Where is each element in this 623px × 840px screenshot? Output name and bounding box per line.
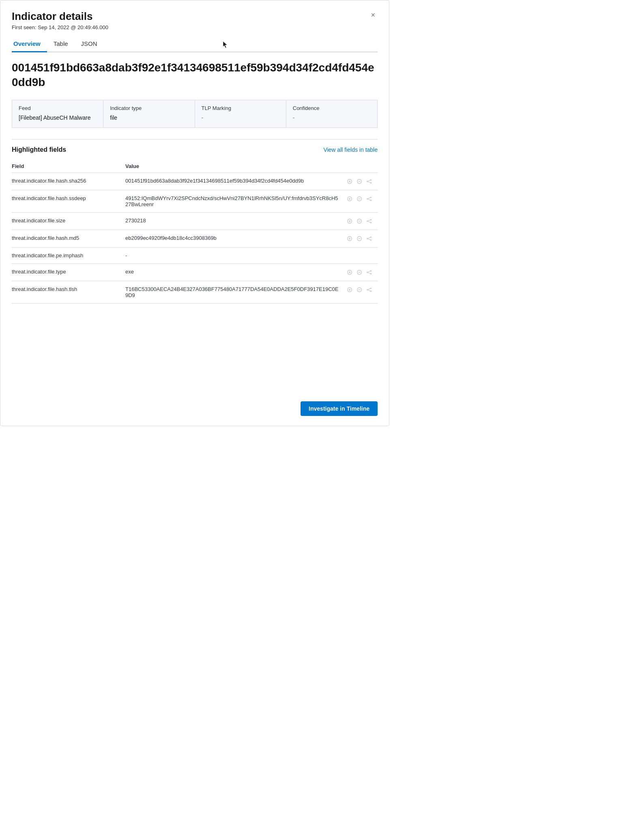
svg-line-48 xyxy=(368,271,370,272)
field-action-buttons xyxy=(345,195,373,202)
field-actions-cell xyxy=(345,247,378,263)
table-row: threat.indicator.file.hash.tlshT16BC5330… xyxy=(12,281,378,303)
field-name: threat.indicator.file.pe.imphash xyxy=(12,247,125,263)
field-actions-cell xyxy=(345,263,378,281)
filter-out-button[interactable] xyxy=(356,178,363,185)
svg-line-18 xyxy=(368,198,370,199)
filter-out-button[interactable] xyxy=(356,269,363,276)
svg-line-39 xyxy=(368,239,370,240)
view-all-fields-link[interactable]: View all fields in table xyxy=(323,146,378,153)
section-divider xyxy=(12,139,378,140)
field-name: threat.indicator.file.size xyxy=(12,212,125,230)
info-card-confidence: Confidence - xyxy=(286,100,378,128)
field-action-buttons xyxy=(345,178,373,185)
highlighted-fields-title: Highlighted fields xyxy=(12,146,66,153)
svg-point-35 xyxy=(367,238,368,239)
confidence-label: Confidence xyxy=(293,105,371,111)
filter-in-button[interactable] xyxy=(346,235,353,242)
field-actions-cell xyxy=(345,212,378,230)
svg-point-7 xyxy=(370,182,372,183)
svg-point-45 xyxy=(367,271,368,273)
field-value: 2730218 xyxy=(125,212,345,230)
svg-line-58 xyxy=(368,289,370,290)
field-actions-cell xyxy=(345,190,378,212)
svg-point-37 xyxy=(370,239,372,241)
table-row: threat.indicator.file.pe.imphash- xyxy=(12,247,378,263)
svg-line-19 xyxy=(368,199,370,200)
svg-line-49 xyxy=(368,272,370,274)
expand-network-button[interactable] xyxy=(365,218,373,225)
svg-point-17 xyxy=(370,200,372,201)
filter-in-button[interactable] xyxy=(346,286,353,293)
filter-in-button[interactable] xyxy=(346,269,353,276)
svg-point-25 xyxy=(367,220,368,222)
field-value: eb2099ec4920f9e4db18c4cc3908369b xyxy=(125,230,345,247)
svg-point-26 xyxy=(370,219,372,220)
field-action-buttons xyxy=(345,218,373,225)
panel-title: Indicator details xyxy=(12,10,92,23)
svg-line-8 xyxy=(368,180,370,181)
table-row: threat.indicator.file.size2730218 xyxy=(12,212,378,230)
field-action-buttons xyxy=(345,235,373,242)
indicator-hash-value: 001451f91bd663a8dab3f92e1f34134698511ef5… xyxy=(12,60,378,90)
tab-overview[interactable]: Overview xyxy=(12,37,47,52)
expand-network-button[interactable] xyxy=(365,178,373,185)
field-action-buttons xyxy=(345,269,373,276)
expand-network-button[interactable] xyxy=(365,269,373,276)
table-row: threat.indicator.file.typeexe xyxy=(12,263,378,281)
field-value: T16BC53300AECA24B4E327A036BF775480A71777… xyxy=(125,281,345,303)
field-name: threat.indicator.file.type xyxy=(12,263,125,281)
field-value: 49152:IQmBdWYrv7Xi2SPCndcNzxd/scHwVni27B… xyxy=(125,190,345,212)
field-value: - xyxy=(125,247,345,263)
tab-navigation: Overview Table JSON xyxy=(12,37,378,52)
feed-value: [Filebeat] AbuseCH Malware xyxy=(19,114,97,121)
svg-point-27 xyxy=(370,222,372,223)
field-action-buttons xyxy=(345,286,373,293)
panel-header: Indicator details × xyxy=(12,10,378,23)
info-card-feed: Feed [Filebeat] AbuseCH Malware xyxy=(12,100,103,128)
tab-json[interactable]: JSON xyxy=(75,37,104,52)
svg-point-47 xyxy=(370,273,372,274)
filter-in-button[interactable] xyxy=(346,195,353,202)
table-header-row: Field Value xyxy=(12,160,378,173)
svg-line-59 xyxy=(368,290,370,291)
feed-label: Feed xyxy=(19,105,97,111)
close-button[interactable]: × xyxy=(368,10,378,20)
column-header-value: Value xyxy=(125,160,345,173)
table-row: threat.indicator.file.hash.md5eb2099ec49… xyxy=(12,230,378,247)
info-card-indicator-type: Indicator type file xyxy=(103,100,194,128)
svg-point-57 xyxy=(370,291,372,292)
svg-point-16 xyxy=(370,197,372,198)
tlp-marking-value: - xyxy=(202,114,279,121)
table-row: threat.indicator.file.hash.sha256001451f… xyxy=(12,172,378,190)
filter-in-button[interactable] xyxy=(346,218,353,225)
field-actions-cell xyxy=(345,172,378,190)
svg-line-9 xyxy=(368,181,370,183)
expand-network-button[interactable] xyxy=(365,195,373,202)
svg-line-29 xyxy=(368,221,370,222)
field-name: threat.indicator.file.hash.tlsh xyxy=(12,281,125,303)
filter-in-button[interactable] xyxy=(346,178,353,185)
info-cards-container: Feed [Filebeat] AbuseCH Malware Indicato… xyxy=(12,100,378,128)
info-card-tlp-marking: TLP Marking - xyxy=(195,100,286,128)
field-name: threat.indicator.file.hash.md5 xyxy=(12,230,125,247)
indicator-type-label: Indicator type xyxy=(110,105,188,111)
svg-line-38 xyxy=(368,237,370,239)
expand-network-button[interactable] xyxy=(365,235,373,242)
tab-table[interactable]: Table xyxy=(47,37,75,52)
field-actions-cell xyxy=(345,230,378,247)
column-header-actions xyxy=(345,160,378,173)
indicator-details-panel: Indicator details × First seen: Sep 14, … xyxy=(0,0,389,426)
filter-out-button[interactable] xyxy=(356,195,363,202)
filter-out-button[interactable] xyxy=(356,218,363,225)
svg-line-28 xyxy=(368,220,370,221)
investigate-in-timeline-button[interactable]: Investigate in Timeline xyxy=(301,401,378,416)
expand-network-button[interactable] xyxy=(365,286,373,293)
filter-out-button[interactable] xyxy=(356,286,363,293)
filter-out-button[interactable] xyxy=(356,235,363,242)
column-header-field: Field xyxy=(12,160,125,173)
svg-point-15 xyxy=(367,198,368,199)
field-actions-cell xyxy=(345,281,378,303)
tlp-marking-label: TLP Marking xyxy=(202,105,279,111)
confidence-value: - xyxy=(293,114,371,121)
